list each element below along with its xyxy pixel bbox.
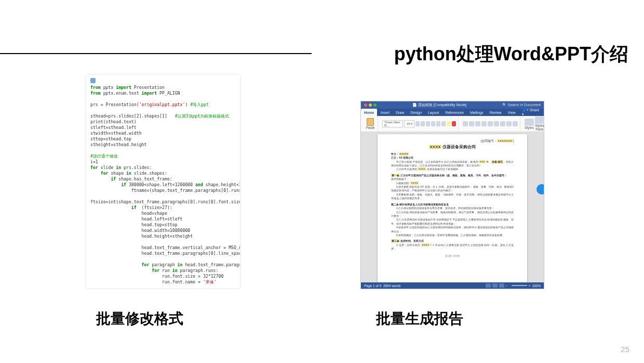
word-window: 📄 原始模板 [Compatibility Mode] 🔍 Search in … bbox=[360, 101, 544, 289]
document-canvas: [合同编号：XXXXXXX] XXXX 仪器设备采购合同 甲方：XXXXX 乙方… bbox=[361, 132, 544, 282]
print-layout-icon[interactable] bbox=[492, 283, 498, 288]
underline-icon[interactable] bbox=[436, 121, 440, 126]
ribbon-clipboard-group: Paste bbox=[363, 116, 378, 131]
paste-button[interactable]: Paste bbox=[365, 118, 375, 129]
font-grow-icon[interactable] bbox=[415, 121, 420, 126]
borders-icon[interactable] bbox=[513, 121, 518, 126]
intro-paragraph: 甲乙双方根据平等自愿、公正原则就甲方向乙方采购仪器设备，规格为 XXX 类，质量… bbox=[391, 160, 514, 168]
status-bar: Page 1 of 5 2894 words − + 100% bbox=[361, 282, 544, 289]
focus-mode-icon[interactable] bbox=[486, 283, 491, 288]
zoom-out-icon[interactable]: − bbox=[506, 284, 508, 288]
tab-design[interactable]: Design bbox=[407, 109, 425, 116]
titlebar: 📄 原始模板 [Compatibility Mode] 🔍 Search in … bbox=[361, 101, 544, 109]
page-footer: 第1页 共4页 bbox=[391, 254, 514, 258]
highlight-icon[interactable] bbox=[447, 121, 451, 126]
indent-right-icon[interactable] bbox=[481, 121, 487, 126]
align-center-icon[interactable] bbox=[494, 121, 499, 126]
tab-draw[interactable]: Draw bbox=[393, 109, 407, 116]
p-long1: 2.技术参数指标包括 XX 品项，共 1 台/套。其技术参数须按附件：规格、批量… bbox=[391, 185, 514, 193]
search-field[interactable]: 🔍 Search in Document bbox=[502, 103, 541, 107]
status-page: Page 1 of 5 bbox=[364, 284, 381, 288]
p2-2: 2.乙方所提供的设备须按原产地质量、电器内部检测，保证产品质量，满足应用之日起被… bbox=[391, 211, 514, 218]
styles-pane-icon[interactable] bbox=[535, 116, 544, 124]
italic-icon[interactable] bbox=[431, 121, 435, 126]
close-icon[interactable] bbox=[364, 103, 367, 107]
page-number: 25 bbox=[621, 345, 629, 354]
ribbon-paragraph-group bbox=[461, 116, 520, 131]
minimize-icon[interactable] bbox=[369, 103, 372, 107]
align-left-icon[interactable] bbox=[488, 121, 493, 126]
line-spacing-icon[interactable] bbox=[500, 121, 505, 126]
document-title: 📄 原始模板 [Compatibility Mode] bbox=[377, 102, 502, 108]
tab-review[interactable]: Review bbox=[487, 109, 505, 116]
cell-run-icon bbox=[90, 78, 96, 83]
section-3: 第三条 送货时间、安装方式 bbox=[391, 239, 514, 243]
tab-references[interactable]: References bbox=[442, 109, 467, 116]
p2-5: 5.保质期规定：乙方负责仪器设备一至两年免费期保修。乙方需协保购，保修期后对设备… bbox=[391, 234, 514, 237]
p2-3: 3.乙方交货供应的仪器设备如不符合协商规定可予以退货或乙方重新供应作品标准的规定… bbox=[391, 218, 514, 226]
spec-line: 1.规格说明: XXXX bbox=[391, 182, 514, 185]
doc-title: XXXX 仪器设备采购合同 bbox=[391, 145, 514, 149]
party-b: 乙方：XX 有限公司 bbox=[391, 156, 514, 160]
ribbon-styles-group: Styles Styles Pane bbox=[522, 116, 546, 131]
p2-4: 4.设备在甲方指定的场所由乙方安装调试并经验收仪器单，调试时甲方需仪器指定的每份… bbox=[391, 226, 514, 234]
slide-title: python处理Word&PPT介绍 bbox=[394, 42, 628, 67]
zoom-value: 100% bbox=[532, 284, 541, 288]
bold-icon[interactable] bbox=[426, 121, 430, 126]
styles-pane-label: Styles Pane bbox=[535, 124, 544, 131]
strike-icon[interactable] bbox=[441, 121, 446, 126]
divider-line bbox=[0, 53, 312, 54]
p2-1: 1.乙方保证购买的仪器设备符合有关质量、技术标准，并对购买的仪器设备质量负责； bbox=[391, 206, 514, 210]
caption-right: 批量生成报告 bbox=[376, 309, 463, 329]
party-a: 甲方：XXXXX bbox=[391, 152, 514, 156]
document-page: [合同编号：XXXXXXX] XXXX 仪器设备采购合同 甲方：XXXXX 乙方… bbox=[378, 134, 527, 282]
section-1: 第一条 乙方向甲方提供的产品之仪器设备名称（器、模板、集釉、模具、卡件、铝件、金… bbox=[391, 174, 514, 177]
tab-home[interactable]: Home bbox=[361, 109, 377, 116]
tab-mailings[interactable]: Mailings bbox=[467, 109, 487, 116]
caption-left: 批量修改格式 bbox=[96, 309, 183, 329]
tab-insert[interactable]: Insert bbox=[377, 109, 393, 116]
font-name-select[interactable]: Times New R... bbox=[382, 120, 403, 127]
ribbon-font-group: Times New R... 10.5 bbox=[380, 116, 459, 131]
p-long2: 3.质量检测说明：规格、试验点、配套、功能保障、外观、技术范围一律符合国家要求规… bbox=[391, 193, 514, 201]
tech-intro: 技术指标如下： bbox=[391, 177, 514, 181]
shading-icon[interactable] bbox=[506, 121, 512, 126]
menu-bar: Home Insert Draw Design Layout Reference… bbox=[361, 109, 544, 116]
p3: 1.送货：合同生效后 XXXX个工作日内乙方需将仪器送往甲方之指定按条协同一起配… bbox=[391, 243, 514, 251]
font-shrink-icon[interactable] bbox=[421, 121, 425, 126]
ribbon: Paste Times New R... 10.5 bbox=[361, 116, 544, 132]
python-code-screenshot: from pptx import Presentation from pptx.… bbox=[86, 75, 240, 288]
numbering-icon[interactable] bbox=[469, 121, 474, 126]
section-2: 第二条 维护保养参见上方所冲按情况更新供应意见 bbox=[391, 203, 514, 206]
web-layout-icon[interactable] bbox=[499, 283, 504, 288]
status-words: 2894 words bbox=[383, 284, 401, 288]
bullets-icon[interactable] bbox=[463, 121, 468, 126]
zoom-slider[interactable] bbox=[512, 285, 527, 286]
font-color-icon[interactable] bbox=[452, 121, 456, 126]
contract-id: [合同编号：XXXXXXX] bbox=[391, 139, 514, 143]
clipboard-icon bbox=[367, 118, 374, 126]
styles-label: Styles bbox=[525, 126, 534, 129]
insights-icon[interactable] bbox=[536, 184, 544, 195]
styles-icon[interactable] bbox=[525, 119, 534, 126]
tab-layout[interactable]: Layout bbox=[425, 109, 442, 116]
zoom-in-icon[interactable]: + bbox=[529, 284, 531, 288]
tab-view[interactable]: View bbox=[505, 109, 519, 116]
supply-line: 乙方向甲方提供的 XXXX 仪器设备执行以下标准规则 bbox=[391, 167, 514, 171]
font-size-select[interactable]: 10.5 bbox=[404, 120, 414, 127]
share-button[interactable]: 👤+ Share ▾ bbox=[519, 108, 544, 116]
indent-left-icon[interactable] bbox=[475, 121, 480, 126]
